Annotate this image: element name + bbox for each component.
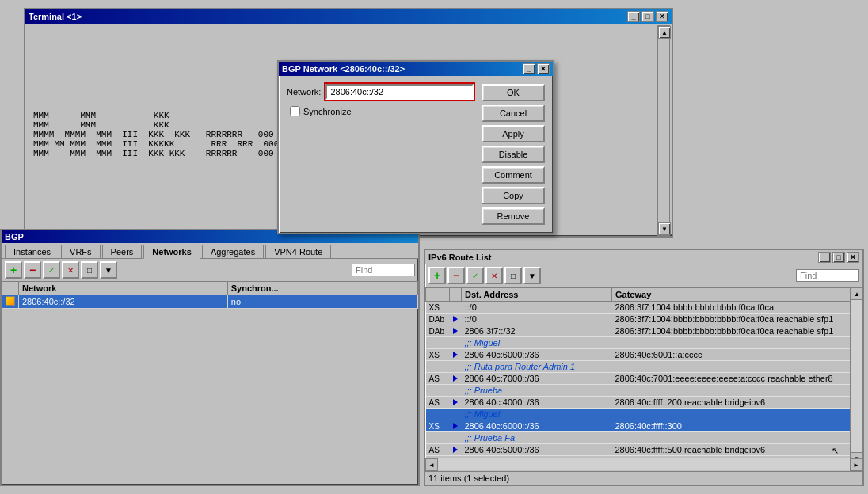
ipv6-minimize-button[interactable]: _ bbox=[818, 252, 831, 263]
ipv6-maximize-button[interactable]: □ bbox=[832, 252, 845, 263]
row-dst: 2806:40c:6000::/36 bbox=[462, 349, 612, 361]
table-row[interactable]: XS2806:40c:6000::/362806:40c:6001::a:ccc… bbox=[426, 349, 863, 361]
row-icon bbox=[2, 295, 19, 309]
ipv6-close-button[interactable]: ✕ bbox=[847, 252, 859, 263]
network-icon bbox=[6, 296, 15, 306]
row-arrow bbox=[450, 444, 462, 456]
scroll-up-button[interactable]: ▲ bbox=[658, 26, 671, 39]
row-gateway: 2806:40c:ffff::300 bbox=[612, 420, 863, 432]
table-row[interactable]: ;;; Prueba Fa bbox=[426, 432, 863, 444]
ipv6-panel-title: IPv6 Route List bbox=[428, 253, 491, 262]
terminal-maximize-button[interactable]: □ bbox=[641, 11, 654, 22]
row-dst: ::/0 bbox=[462, 302, 612, 314]
hscroll-left-button[interactable]: ◄ bbox=[425, 458, 438, 471]
ok-button[interactable]: OK bbox=[482, 84, 545, 101]
row-arrow bbox=[450, 337, 462, 349]
check-button[interactable]: ✓ bbox=[43, 261, 60, 279]
row-dst: 2806:40c:7000::/36 bbox=[462, 373, 612, 385]
table-row[interactable]: AS2806:40c:4000::/362806:40c:ffff::200 r… bbox=[426, 397, 863, 408]
row-sync: no bbox=[227, 295, 417, 309]
table-row[interactable]: XS2806:40c:6000::/362806:40c:ffff::300 bbox=[426, 420, 863, 432]
tab-aggregates[interactable]: Aggregates bbox=[202, 245, 264, 258]
row-arrow bbox=[450, 420, 462, 432]
ipv6-add-button[interactable]: + bbox=[428, 267, 446, 284]
dialog-controls: _ ✕ bbox=[523, 63, 550, 74]
ipv6-box-button[interactable]: □ bbox=[504, 267, 522, 284]
bgp-find-input[interactable] bbox=[352, 264, 415, 276]
table-row[interactable]: DAb2806:3f7::/322806:3f7:1004:bbbb:bbbb:… bbox=[426, 325, 863, 337]
ipv6-horizontal-scrollbar[interactable]: ◄ ► bbox=[425, 458, 862, 470]
row-comment: ;;; Miguel bbox=[462, 337, 863, 349]
row-gateway: 2806:40c:ffff::200 reachable bridgeipv6 bbox=[612, 397, 863, 408]
bgp-tabs: Instances VRFs Peers Networks Aggregates… bbox=[2, 243, 418, 259]
hscroll-track bbox=[438, 458, 850, 470]
box-button[interactable]: □ bbox=[81, 261, 98, 279]
ipv6-remove-button[interactable]: − bbox=[447, 267, 465, 284]
ipv6-routes-table: Dst. Address Gateway Distance XS::/02806… bbox=[425, 287, 862, 456]
table-row[interactable]: ;;; Miguel bbox=[426, 408, 863, 420]
table-row[interactable]: DAb::/02806:3f7:1004:bbbb:bbbb:bbbb:f0ca… bbox=[426, 314, 863, 325]
ipv6-close-btn[interactable]: ✕ bbox=[485, 267, 503, 284]
table-row[interactable]: AS2806:40c:7000::/362806:40c:7001:eeee:e… bbox=[426, 373, 863, 385]
table-row[interactable]: 2806:40c::/32 no bbox=[2, 295, 418, 309]
remove-button[interactable]: Remove bbox=[482, 207, 545, 225]
dialog-close-button[interactable]: ✕ bbox=[537, 63, 550, 74]
col-type-header bbox=[426, 288, 450, 302]
ipv6-filter-button[interactable]: ▼ bbox=[523, 267, 541, 284]
tab-peers[interactable]: Peers bbox=[102, 245, 143, 258]
copy-button[interactable]: Copy bbox=[482, 187, 545, 204]
status-bar: 11 items (1 selected) bbox=[425, 471, 862, 484]
row-dst: 2806:40c:4000::/36 bbox=[462, 397, 612, 408]
row-type: AS bbox=[426, 444, 450, 456]
table-row[interactable]: ;;; Ruta para Router Admin 1 bbox=[426, 361, 863, 373]
table-row[interactable]: ;;; Miguel bbox=[426, 337, 863, 349]
col-network-header: Network bbox=[19, 282, 228, 295]
dialog-minimize-button[interactable]: _ bbox=[523, 63, 535, 74]
col-dst-header: Dst. Address bbox=[462, 288, 612, 302]
hscroll-right-button[interactable]: ► bbox=[850, 458, 862, 471]
network-input[interactable] bbox=[326, 84, 474, 100]
comment-button[interactable]: Comment bbox=[482, 166, 545, 184]
ipv6-check-button[interactable]: ✓ bbox=[466, 267, 484, 284]
table-row[interactable]: ;;; Prueba bbox=[426, 385, 863, 397]
row-gateway: 2806:40c:6001::a:cccc bbox=[612, 349, 863, 361]
terminal-minimize-button[interactable]: _ bbox=[627, 11, 640, 22]
bgp-panel-title: BGP bbox=[5, 232, 24, 241]
remove-button-bgp[interactable]: − bbox=[24, 261, 41, 279]
add-button[interactable]: + bbox=[5, 261, 22, 279]
synchronize-label: Synchronize bbox=[303, 107, 352, 116]
row-type bbox=[426, 408, 450, 420]
bgp-table-container: Network Synchron... 2806:40c::/32 no bbox=[2, 281, 418, 472]
apply-button[interactable]: Apply bbox=[482, 125, 545, 142]
cancel-button[interactable]: Cancel bbox=[482, 104, 545, 122]
tab-instances[interactable]: Instances bbox=[5, 245, 59, 258]
ipv6-vertical-scrollbar[interactable]: ▲ ▼ bbox=[850, 287, 862, 465]
filter-button[interactable]: ▼ bbox=[100, 261, 117, 279]
table-row[interactable]: XS::/02806:3f7:1004:bbbb:bbbb:bbbb:f0ca:… bbox=[426, 302, 863, 314]
dialog-left-panel: Network: Synchronize bbox=[287, 84, 474, 225]
close-button[interactable]: ✕ bbox=[62, 261, 79, 279]
table-row[interactable]: AS2806:40c:5000::/362806:40c:ffff::500 r… bbox=[426, 444, 863, 456]
row-arrow bbox=[450, 361, 462, 373]
row-type: DAb bbox=[426, 314, 450, 325]
terminal-scrollbar[interactable]: ▲ ▼ bbox=[657, 25, 670, 236]
bgp-dialog-title: BGP Network <2806:40c::/32> bbox=[282, 64, 405, 74]
ipv6-table-container: Dst. Address Gateway Distance XS::/02806… bbox=[425, 287, 862, 465]
row-arrow bbox=[450, 314, 462, 325]
bgp-toolbar: + − ✓ ✕ □ ▼ bbox=[2, 259, 418, 281]
row-type: AS bbox=[426, 397, 450, 408]
tab-networks[interactable]: Networks bbox=[143, 245, 200, 259]
vscroll-up-button[interactable]: ▲ bbox=[851, 287, 862, 300]
bgp-network-dialog: BGP Network <2806:40c::/32> _ ✕ Network:… bbox=[277, 60, 554, 234]
tab-vrfs[interactable]: VRFs bbox=[61, 245, 101, 258]
scroll-down-button[interactable]: ▼ bbox=[658, 222, 671, 235]
disable-button[interactable]: Disable bbox=[482, 146, 545, 163]
ipv6-find-input[interactable] bbox=[796, 269, 859, 282]
synchronize-checkbox[interactable] bbox=[290, 106, 300, 116]
vscroll-track bbox=[851, 300, 862, 452]
row-type bbox=[426, 361, 450, 373]
row-gateway: 2806:3f7:1004:bbbb:bbbb:bbbb:f0ca:f0ca r… bbox=[612, 325, 863, 337]
row-arrow bbox=[450, 397, 462, 408]
tab-vpn4-route[interactable]: VPN4 Route bbox=[265, 245, 331, 258]
terminal-close-button[interactable]: ✕ bbox=[656, 11, 668, 22]
